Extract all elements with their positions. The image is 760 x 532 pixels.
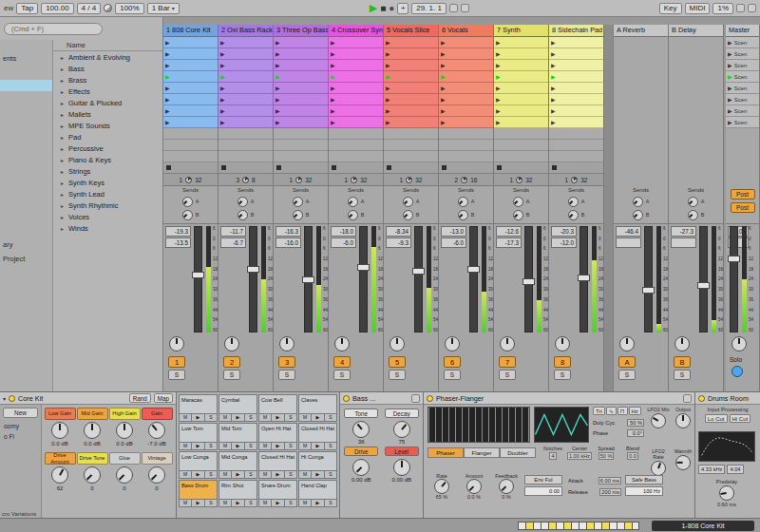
pad-play-icon[interactable]: ▶: [192, 500, 204, 506]
clip-stop-button[interactable]: [218, 162, 273, 174]
scene-launch-icon[interactable]: ▶: [728, 86, 732, 91]
track-title[interactable]: 3 Three Op Bass: [274, 25, 328, 37]
clip-slot[interactable]: ▶: [218, 71, 273, 83]
clip-launch-icon[interactable]: ▶: [276, 97, 280, 103]
clip-slot[interactable]: ▶: [439, 71, 493, 83]
clip-launch-icon[interactable]: ▶: [276, 51, 280, 57]
peak-level-display[interactable]: -8.34: [386, 226, 411, 237]
stop-button[interactable]: ■: [380, 4, 386, 13]
clip-launch-icon[interactable]: ▶: [331, 40, 335, 46]
solo-button[interactable]: S: [333, 370, 351, 380]
pad-solo-button[interactable]: S: [325, 443, 336, 449]
browser-item[interactable]: ▸Strings: [53, 165, 162, 177]
clip-slot[interactable]: ▶: [494, 37, 548, 48]
clip-launch-icon[interactable]: ▶: [220, 97, 225, 103]
pad-mute-button[interactable]: M: [180, 500, 192, 506]
new-variation-button[interactable]: New: [3, 408, 38, 418]
bass-param-knob[interactable]: [393, 459, 410, 476]
pad-solo-button[interactable]: S: [325, 500, 336, 506]
peak-level-display[interactable]: -19.3: [165, 226, 191, 237]
pad-solo-button[interactable]: S: [325, 471, 336, 478]
clip-slot[interactable]: ▶: [549, 105, 603, 117]
drum-pad[interactable]: ClavesM▶S: [298, 394, 337, 422]
clip-slot[interactable]: ▶: [329, 117, 383, 128]
hz-toggle[interactable]: Hz: [629, 407, 641, 415]
fader-handle[interactable]: [302, 276, 314, 283]
post-pre-toggle[interactable]: Post: [731, 202, 755, 213]
clip-launch-icon[interactable]: ▶: [386, 74, 390, 80]
pad-play-icon[interactable]: ▶: [312, 414, 324, 421]
clip-launch-icon[interactable]: ▶: [331, 86, 335, 91]
clip-slot[interactable]: ▶: [163, 60, 218, 71]
clip-slot[interactable]: ▶: [494, 117, 548, 128]
groove-amount-field[interactable]: 100%: [115, 3, 143, 14]
clip-slot[interactable]: ▶: [274, 94, 328, 105]
clip-slot[interactable]: ▶: [163, 94, 218, 105]
browser-item[interactable]: ▸Winds: [53, 222, 162, 234]
pad-mute-button[interactable]: M: [299, 471, 312, 478]
pad-play-icon[interactable]: ▶: [272, 500, 284, 506]
drum-pad[interactable]: Bass DrumM▶S: [179, 480, 218, 507]
send-b-knob[interactable]: [238, 210, 248, 220]
clip-launch-icon[interactable]: ▶: [386, 97, 390, 103]
fader-handle[interactable]: [357, 264, 370, 271]
clip-slot[interactable]: ▶: [384, 60, 438, 71]
safe-bass-toggle[interactable]: Safe Bass: [625, 475, 663, 484]
param-value[interactable]: 50 %: [627, 419, 644, 427]
clip-launch-icon[interactable]: ▶: [331, 120, 335, 125]
send-a-knob[interactable]: [458, 197, 468, 207]
track-title[interactable]: A Reverb: [614, 25, 668, 37]
clip-slot[interactable]: ▶: [274, 71, 328, 83]
fold-icon[interactable]: ▾: [3, 395, 6, 402]
scene-slot[interactable]: ▶Scen: [726, 48, 759, 60]
clip-stop-button[interactable]: [494, 162, 548, 174]
pan-knob[interactable]: [732, 336, 747, 352]
browser-item[interactable]: ▸Percussive: [53, 142, 162, 154]
clip-launch-icon[interactable]: ▶: [441, 51, 446, 57]
volume-display[interactable]: -17.3: [496, 238, 522, 248]
clip-launch-icon[interactable]: ▶: [220, 86, 225, 91]
clip-slot[interactable]: ▶: [218, 83, 273, 94]
rand-button[interactable]: Rand: [129, 393, 151, 403]
device-activator[interactable]: [343, 395, 350, 402]
bass-param-knob[interactable]: [352, 459, 370, 476]
track-activator[interactable]: 1: [168, 356, 185, 368]
volume-fader[interactable]: [359, 226, 368, 332]
volume-display[interactable]: -13.5: [165, 238, 191, 248]
scene-launch-icon[interactable]: ▶: [728, 63, 732, 68]
variation-item[interactable]: o Fi: [0, 431, 41, 442]
pad-solo-button[interactable]: S: [205, 500, 217, 506]
macro-knob[interactable]: [84, 422, 101, 439]
pad-play-icon[interactable]: ▶: [232, 443, 244, 449]
pad-solo-button[interactable]: S: [245, 471, 256, 478]
drum-pad[interactable]: Snare DrumM▶S: [258, 480, 297, 507]
bass-param-knob[interactable]: [352, 421, 370, 438]
clip-launch-icon[interactable]: ▶: [496, 97, 501, 103]
drum-pad[interactable]: Rim ShotM▶S: [218, 480, 257, 507]
empty-clip-slots[interactable]: [329, 128, 383, 162]
clip-slot[interactable]: ▶: [439, 94, 493, 105]
pad-mute-button[interactable]: M: [259, 443, 272, 449]
scene-launch-icon[interactable]: ▶: [728, 108, 732, 114]
filter-q-value[interactable]: 4.04: [727, 465, 743, 474]
clip-launch-icon[interactable]: ▶: [551, 51, 556, 57]
pad-solo-button[interactable]: S: [325, 414, 336, 421]
browser-item[interactable]: ▸Bass: [53, 63, 162, 74]
drum-pad[interactable]: CymbalM▶S: [218, 394, 257, 422]
pad-play-icon[interactable]: ▶: [272, 443, 284, 449]
track-title[interactable]: 2 Oxi Bass Rack: [218, 25, 273, 37]
track-title[interactable]: 8 Sidechain Pad: [549, 25, 603, 37]
cue-volume-knob[interactable]: [732, 366, 743, 377]
empty-clip-slots[interactable]: [163, 128, 218, 162]
track-activator[interactable]: B: [674, 356, 691, 368]
hot-swap-icon[interactable]: [411, 394, 420, 403]
scene-launch-icon[interactable]: ▶: [728, 40, 732, 46]
clip-launch-icon[interactable]: ▶: [496, 120, 501, 125]
clip-slot[interactable]: ▶: [329, 48, 383, 60]
play-button[interactable]: ▶: [370, 3, 377, 13]
midi-map-button[interactable]: MIDI: [685, 3, 711, 14]
peak-level-display[interactable]: -13.0: [441, 226, 466, 237]
clip-launch-icon[interactable]: ▶: [220, 108, 225, 114]
track-title[interactable]: 7 Synth: [494, 25, 548, 37]
volume-fader[interactable]: [304, 226, 313, 332]
